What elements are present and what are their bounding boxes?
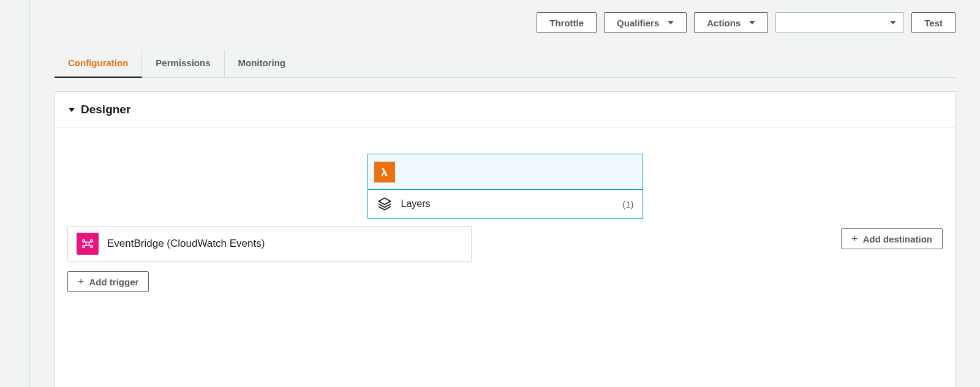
test-event-select[interactable] bbox=[775, 12, 904, 33]
plus-icon: + bbox=[851, 233, 858, 244]
toolbar: Throttle Qualifiers Actions Test bbox=[55, 0, 956, 44]
trigger-label: EventBridge (CloudWatch Events) bbox=[107, 238, 265, 250]
lambda-header bbox=[368, 154, 643, 190]
lambda-icon bbox=[374, 162, 395, 182]
tab-configuration[interactable]: Configuration bbox=[55, 50, 142, 78]
layers-icon bbox=[377, 196, 393, 212]
add-destination-label: Add destination bbox=[863, 234, 932, 244]
qualifiers-label: Qualifiers bbox=[617, 18, 659, 28]
test-button[interactable]: Test bbox=[911, 12, 956, 33]
svg-point-3 bbox=[83, 246, 85, 248]
svg-point-4 bbox=[91, 246, 93, 248]
eventbridge-icon bbox=[77, 233, 99, 255]
tab-permissions[interactable]: Permissions bbox=[142, 50, 224, 77]
designer-header[interactable]: Designer bbox=[55, 92, 955, 128]
throttle-label: Throttle bbox=[549, 18, 584, 28]
panel-title: Designer bbox=[81, 103, 130, 116]
actions-dropdown[interactable]: Actions bbox=[694, 12, 768, 33]
layers-label: Layers bbox=[401, 198, 614, 209]
trigger-card[interactable]: EventBridge (CloudWatch Events) bbox=[67, 226, 472, 261]
test-label: Test bbox=[924, 18, 943, 28]
add-trigger-label: Add trigger bbox=[89, 277, 139, 287]
tab-bar: Configuration Permissions Monitoring bbox=[55, 50, 956, 78]
actions-label: Actions bbox=[707, 18, 741, 28]
caret-down-icon bbox=[890, 21, 896, 24]
lambda-function-card[interactable]: Layers (1) bbox=[368, 154, 643, 219]
svg-point-2 bbox=[91, 240, 93, 242]
disclosure-triangle-icon bbox=[69, 108, 75, 112]
caret-down-icon bbox=[668, 21, 674, 24]
add-destination-button[interactable]: + Add destination bbox=[841, 228, 943, 249]
throttle-button[interactable]: Throttle bbox=[537, 12, 597, 33]
layers-count: (1) bbox=[622, 199, 633, 209]
tab-monitoring[interactable]: Monitoring bbox=[225, 50, 299, 77]
designer-panel: Designer bbox=[55, 91, 956, 387]
tab-label: Monitoring bbox=[238, 58, 285, 68]
svg-point-1 bbox=[83, 240, 85, 242]
caret-down-icon bbox=[749, 21, 755, 24]
plus-icon: + bbox=[78, 276, 85, 287]
tab-label: Permissions bbox=[156, 58, 210, 68]
add-trigger-button[interactable]: + Add trigger bbox=[67, 271, 149, 292]
tab-label: Configuration bbox=[68, 58, 128, 68]
qualifiers-dropdown[interactable]: Qualifiers bbox=[604, 12, 687, 33]
designer-body: Layers (1) bbox=[55, 128, 955, 324]
layers-row[interactable]: Layers (1) bbox=[368, 190, 643, 218]
